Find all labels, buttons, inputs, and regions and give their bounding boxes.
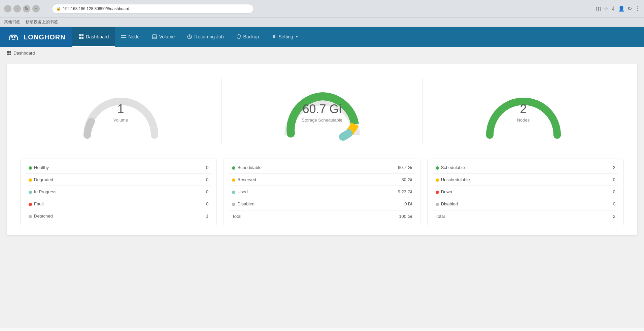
volume-stats: Healthy 0 Degraded 0 In Progress 0 Fault…	[20, 159, 217, 225]
svg-point-2	[14, 37, 15, 38]
gauges-row: 1 Volume	[20, 74, 624, 145]
node-stats-table: Schedulable 2 Unschedulable 0 Down 0 Dis…	[433, 162, 618, 222]
stat-count: 0	[176, 198, 211, 210]
nav-recurring-job[interactable]: Recurring Job	[181, 27, 230, 47]
volume-gauge: 1 Volume	[74, 74, 168, 142]
nav-volume[interactable]: Volume	[146, 27, 181, 47]
stat-count: 1	[176, 210, 211, 222]
profile-icon[interactable]: 👤	[618, 5, 625, 12]
stat-value: 30 Gi	[348, 174, 414, 186]
back-button[interactable]: ←	[4, 5, 11, 12]
storage-stats: Schedulable 60.7 Gi Reserved 30 Gi Used …	[224, 159, 420, 225]
nav-backup[interactable]: Backup	[230, 27, 265, 47]
browser-chrome: ← → ↻ ⌂ 🔒 192.168.186.128:30890/#/dashbo…	[0, 0, 644, 18]
total-value: 100 Gi	[348, 210, 414, 222]
stat-count: 0	[176, 162, 211, 174]
svg-rect-7	[7, 51, 9, 53]
breadcrumb: Dashboard	[0, 47, 644, 59]
node-stat-row: Schedulable 2	[433, 162, 618, 174]
svg-rect-3	[121, 35, 126, 36]
volume-stat-row: Healthy 0	[26, 162, 211, 174]
stat-count: 0	[176, 174, 211, 186]
stat-count: 0	[587, 198, 618, 210]
total-value: 2	[587, 210, 618, 222]
brand-title: LONGHORN	[24, 33, 66, 41]
download-icon[interactable]: ⇓	[611, 5, 615, 12]
forward-button[interactable]: →	[13, 5, 21, 12]
nodes-gauge: 2 Nodes	[476, 74, 571, 142]
svg-rect-5	[152, 35, 157, 39]
stat-label: Detached	[26, 210, 176, 222]
address-bar[interactable]: 🔒 192.168.186.128:30890/#/dashboard	[52, 4, 254, 13]
svg-rect-0	[7, 30, 20, 44]
stat-label: Degraded	[26, 174, 176, 186]
nodes-gauge-value: 2 Nodes	[517, 102, 530, 123]
volume-stat-row: Fault 0	[26, 198, 211, 210]
extensions-icon[interactable]: ◫	[596, 5, 601, 12]
stat-label: Fault	[26, 198, 176, 210]
node-total-row: Total 2	[433, 210, 618, 222]
bookmark-icon[interactable]: ☆	[604, 5, 608, 12]
node-stat-row: Down 0	[433, 186, 618, 198]
stat-label: In Progress	[26, 186, 176, 198]
nav-dashboard[interactable]: Dashboard	[72, 27, 115, 47]
main-nav: Dashboard Node Volume Recurring Job Back…	[72, 27, 305, 47]
refresh-button[interactable]: ↻	[23, 5, 30, 12]
url-text: 192.168.186.128:30890/#/dashboard	[63, 6, 129, 11]
stat-label: Unschedulable	[433, 174, 588, 186]
stat-value: 9.23 Gi	[348, 186, 414, 198]
nodes-gauge-section: 2 Nodes	[423, 74, 624, 145]
stat-label: Schedulable	[433, 162, 588, 174]
total-label: Total	[229, 210, 348, 222]
svg-rect-8	[9, 51, 11, 53]
node-stat-row: Disabled 0	[433, 198, 618, 210]
brand[interactable]: LONGHORN	[0, 27, 72, 47]
more-icon[interactable]: ⋮	[635, 5, 640, 12]
home-button[interactable]: ⌂	[32, 5, 40, 12]
storage-gauge-section: 60.7 Gi Storage Schedulable	[222, 74, 422, 145]
storage-gauge-value: 60.7 Gi Storage Schedulable	[302, 102, 342, 123]
storage-gauge: 60.7 Gi Storage Schedulable	[275, 74, 369, 142]
stat-label: Disabled	[229, 198, 348, 210]
svg-rect-9	[7, 54, 9, 55]
volume-gauge-value: 1 Volume	[113, 102, 128, 123]
svg-rect-10	[9, 54, 11, 55]
stat-value: 0 Bi	[348, 198, 414, 210]
stat-label: Reserved	[229, 174, 348, 186]
storage-stat-row: Schedulable 60.7 Gi	[229, 162, 414, 174]
navbar: LONGHORN Dashboard Node Volume Recurring…	[0, 27, 644, 47]
main-content: 1 Volume	[0, 59, 644, 328]
dashboard-breadcrumb-icon	[7, 51, 11, 56]
volume-gauge-section: 1 Volume	[20, 74, 221, 145]
node-stats: Schedulable 2 Unschedulable 0 Down 0 Dis…	[427, 159, 624, 225]
storage-stat-row: Disabled 0 Bi	[229, 198, 414, 210]
stat-count: 0	[176, 186, 211, 198]
stat-label: Used	[229, 186, 348, 198]
svg-rect-4	[121, 37, 126, 38]
storage-total-row: Total 100 Gi	[229, 210, 414, 222]
node-stat-row: Unschedulable 0	[433, 174, 618, 186]
nav-node[interactable]: Node	[115, 27, 145, 47]
footer: v1.2.0 Documentation Generate Support Bu…	[0, 328, 644, 331]
volume-stats-table: Healthy 0 Degraded 0 In Progress 0 Fault…	[26, 162, 211, 222]
stat-count: 0	[587, 186, 618, 198]
storage-stat-row: Used 9.23 Gi	[229, 186, 414, 198]
nav-setting[interactable]: Setting ▼	[265, 27, 305, 47]
stat-label: Healthy	[26, 162, 176, 174]
total-label: Total	[433, 210, 588, 222]
svg-point-1	[11, 37, 13, 38]
logo-icon	[7, 30, 20, 44]
breadcrumb-label: Dashboard	[13, 51, 35, 56]
stat-value: 60.7 Gi	[348, 162, 414, 174]
dashboard-card: 1 Volume	[7, 64, 637, 235]
bookmarks-bar: 其他书签	[4, 19, 20, 25]
storage-stat-row: Reserved 30 Gi	[229, 174, 414, 186]
mobile-bookmarks: 移动设备上的书签	[26, 19, 58, 25]
stat-label: Disabled	[433, 198, 588, 210]
stat-count: 2	[587, 162, 618, 174]
stats-row: Healthy 0 Degraded 0 In Progress 0 Fault…	[20, 159, 624, 225]
volume-stat-row: Degraded 0	[26, 174, 211, 186]
sync-icon[interactable]: ↻	[628, 5, 632, 12]
volume-stat-row: In Progress 0	[26, 186, 211, 198]
stat-label: Schedulable	[229, 162, 348, 174]
